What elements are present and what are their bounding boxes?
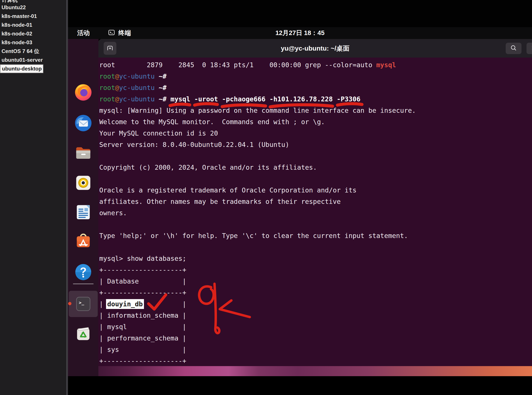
terminal-line (99, 150, 532, 162)
terminal-line: root 2879 2845 0 18:43 pts/1 00:00:00 gr… (99, 59, 532, 71)
terminal-line: | performance_schema | (99, 333, 532, 344)
terminal-line: +--------------------+ (99, 355, 532, 366)
dock-divider (73, 284, 94, 284)
desktop-screenshot: 计算机 Ubuntu22k8s-master-01k8s-node-01k8s-… (0, 0, 532, 395)
new-tab-button[interactable] (104, 42, 116, 55)
svg-text:?: ? (80, 265, 87, 278)
terminal-line: | information_schema | (99, 310, 532, 321)
svg-text:>_: >_ (79, 300, 84, 305)
vm-sidebar: 计算机 Ubuntu22k8s-master-01k8s-node-01k8s-… (0, 0, 66, 395)
terminal-line: Server version: 8.0.40-0ubuntu0.22.04.1 … (99, 139, 532, 150)
sidebar-item-ubuntu22[interactable]: Ubuntu22 (0, 3, 66, 12)
terminal-line: Oracle is a registered trademark of Orac… (99, 185, 532, 196)
libreoffice-writer-dock-icon[interactable] (74, 203, 93, 222)
files-dock-icon[interactable] (74, 143, 93, 162)
terminal-line (99, 173, 532, 185)
sidebar-item-clipped[interactable]: 计算机 (2, 0, 17, 3)
firefox-dock-icon[interactable] (74, 83, 93, 102)
sidebar-item-k8s-node-02[interactable]: k8s-node-02 (0, 29, 66, 38)
screen-top-black-area (68, 0, 532, 27)
help-dock-icon[interactable]: ? (74, 263, 93, 281)
hamburger-menu-button[interactable] (526, 43, 532, 54)
terminal-line: Type 'help;' or '\h' for help. Type '\c'… (99, 230, 532, 241)
sidebar-item-k8s-master-01[interactable]: k8s-master-01 (0, 12, 66, 21)
terminal-line: | sys | (99, 344, 532, 355)
terminal-line: affiliates. Other names may be trademark… (99, 196, 532, 207)
screen-bottom-black-area (68, 376, 532, 395)
thunderbird-dock-icon[interactable] (74, 114, 93, 132)
terminal-line: Copyright (c) 2000, 2024, Oracle and/or … (99, 162, 532, 173)
search-icon (510, 44, 517, 53)
vm-list: Ubuntu22k8s-master-01k8s-node-01k8s-node… (0, 3, 66, 73)
terminal-line (99, 241, 532, 253)
terminal-title: yu@yc-ubuntu: ~/桌面 (98, 39, 532, 58)
gnome-top-bar: 活动 终端 12月27日 18：45 (68, 27, 532, 39)
terminal-window: yu@yc-ubuntu: ~/桌面 root 2879 2845 (98, 39, 532, 366)
terminal-line (99, 219, 532, 230)
sidebar-item-centos-7-64-位[interactable]: CentOS 7 64 位 (0, 47, 66, 56)
search-button[interactable] (506, 43, 521, 54)
dock-running-indicator (68, 302, 72, 305)
focused-app-menu[interactable]: 终端 (108, 29, 131, 38)
terminal-line: root@yc-ubuntu ~# mysql -uroot -pchaoge6… (99, 93, 532, 105)
sidebar-divider (66, 0, 68, 395)
activities-button[interactable]: 活动 (77, 29, 90, 38)
terminal-output[interactable]: root 2879 2845 0 18:43 pts/1 00:00:00 gr… (98, 58, 532, 366)
terminal-line: +--------------------+ (99, 264, 532, 276)
terminal-line: Your MySQL connection id is 20 (99, 128, 532, 139)
terminal-line: | Database | (99, 276, 532, 287)
focused-app-label: 终端 (118, 29, 131, 38)
sidebar-item-ubuntu-desktop[interactable]: ubuntu-desktop (0, 64, 43, 73)
terminal-line: | mysql | (99, 321, 532, 333)
sidebar-item-ubuntu01-server[interactable]: ubuntu01-server (0, 56, 66, 64)
terminal-small-icon (108, 29, 115, 37)
rhythmbox-dock-icon[interactable] (74, 173, 93, 192)
highlighted-database-name: douyin_db (107, 300, 143, 308)
dock: ? >_ (68, 39, 99, 376)
sidebar-item-k8s-node-03[interactable]: k8s-node-03 (0, 38, 66, 47)
sidebar-item-k8s-node-01[interactable]: k8s-node-01 (0, 21, 66, 29)
terminal-line: root@yc-ubuntu ~# (99, 82, 532, 93)
terminal-line: root@yc-ubuntu ~# (99, 71, 532, 82)
terminal-line: Welcome to the MySQL monitor. Commands e… (99, 116, 532, 128)
terminal-line: | douyin_db | (99, 298, 532, 310)
terminal-line: mysql> show databases; (99, 253, 532, 264)
terminal-line: owners. (99, 207, 532, 219)
desktop-wallpaper-strip (98, 366, 532, 376)
new-tab-icon (106, 44, 114, 53)
ubuntu-software-dock-icon[interactable] (74, 232, 93, 251)
terminal-header-bar[interactable]: yu@yc-ubuntu: ~/桌面 (98, 39, 532, 58)
terminal-line: mysql: [Warning] Using a password on the… (99, 105, 532, 116)
terminal-line: +--------------------+ (99, 287, 532, 298)
trash-dock-icon[interactable] (74, 324, 93, 342)
terminal-dock-icon[interactable]: >_ (74, 295, 93, 313)
clock[interactable]: 12月27日 18：45 (68, 29, 532, 38)
hamburger-menu-icon (531, 44, 532, 53)
